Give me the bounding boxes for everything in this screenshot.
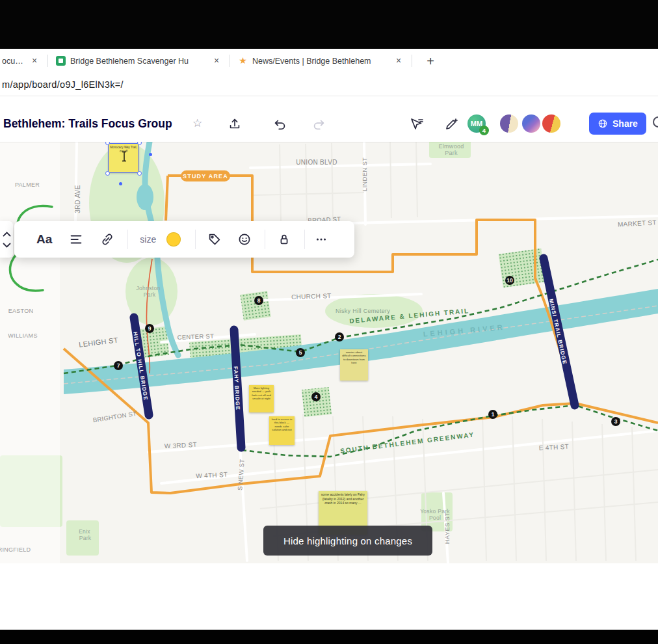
marker-number: 10 <box>507 277 513 284</box>
study-area-label: STUDY AREA <box>183 173 228 180</box>
map-label: Park <box>144 291 156 298</box>
marker-number: 2 <box>338 334 341 340</box>
share-button[interactable]: Share <box>589 113 646 135</box>
new-tab-button[interactable]: + <box>421 52 440 70</box>
marker-number: 3 <box>614 418 618 425</box>
tab-favicon-bridge-icon <box>56 56 66 66</box>
alignment-guide-dot <box>149 153 152 156</box>
address-bar[interactable]: m/app/board/o9J_l6ElN3k=/ <box>0 73 658 96</box>
favorite-star-icon[interactable]: ☆ <box>192 116 202 130</box>
emoji-button[interactable] <box>237 232 252 247</box>
globe-icon <box>598 118 608 129</box>
tab-close-icon[interactable]: × <box>393 55 404 67</box>
numbered-marker[interactable]: 5 <box>296 348 305 357</box>
map-label: PALMER <box>15 181 40 188</box>
tab-news-events[interactable]: ★ News/Events | Bridge Bethlehem × <box>233 49 410 73</box>
screen: ocus G × Bridge Bethlehem Scavenger Hu ×… <box>0 0 658 644</box>
toolbar-divider <box>265 230 265 249</box>
tab-separator <box>47 55 48 67</box>
tab-focus-group[interactable]: ocus G × <box>0 49 46 73</box>
collaborator-count-badge: 4 <box>479 126 489 135</box>
board-title[interactable]: Bethlehem: Trails Focus Group <box>3 117 172 131</box>
tab-close-icon[interactable]: × <box>211 55 222 67</box>
collaborator-cursors-button[interactable] <box>408 116 425 133</box>
chevron-up-icon[interactable] <box>3 232 11 237</box>
tab-separator <box>230 55 230 67</box>
bottom-black-bar <box>0 630 658 644</box>
link-button[interactable] <box>100 232 114 247</box>
lock-button[interactable] <box>277 232 291 247</box>
alignment-guide-dot <box>119 182 122 185</box>
text-cursor-icon <box>121 151 127 165</box>
user-avatar[interactable]: MM 4 <box>466 113 487 134</box>
collaborator-avatar[interactable] <box>541 113 562 134</box>
map-label: Yosko Park <box>420 508 450 515</box>
tab-title: ocus G <box>2 57 24 66</box>
marker-number: 9 <box>148 325 151 332</box>
map-label: EASTON <box>8 308 34 314</box>
text-style-button[interactable]: Aa <box>36 232 52 247</box>
map-label: CENTER ST <box>177 332 214 341</box>
more-options-button[interactable] <box>314 232 328 247</box>
tab-strip: ocus G × Bridge Bethlehem Scavenger Hu ×… <box>0 49 658 73</box>
sticky-note[interactable]: worries about difficult connections to d… <box>340 349 368 381</box>
tab-favicon-star-icon: ★ <box>238 56 248 66</box>
map-label: Park <box>445 150 458 156</box>
numbered-marker[interactable]: 7 <box>114 361 123 370</box>
tab-scavenger-hunt[interactable]: Bridge Bethlehem Scavenger Hu × <box>51 49 228 73</box>
tab-title: Bridge Bethlehem Scavenger Hu <box>70 57 206 66</box>
tab-title: News/Events | Bridge Bethlehem <box>252 57 388 66</box>
map-label: Enix <box>79 528 90 535</box>
numbered-marker[interactable]: 1 <box>488 410 497 419</box>
map-label: Elmwood <box>438 143 464 150</box>
numbered-marker[interactable]: 4 <box>311 392 321 401</box>
marker-number: 4 <box>315 394 318 400</box>
share-label: Share <box>612 118 638 129</box>
map-label: UNION BLVD <box>296 159 337 166</box>
browser-top-bar <box>0 0 658 49</box>
redo-button[interactable] <box>310 116 327 133</box>
selection-handle[interactable] <box>105 171 110 176</box>
help-button-partial[interactable] <box>653 116 658 127</box>
pen-reactions-button[interactable] <box>443 116 460 133</box>
numbered-marker[interactable]: 2 <box>335 332 344 342</box>
map-label: HAYES ST <box>443 513 451 544</box>
toolbar-divider <box>195 230 196 249</box>
sticky-note[interactable]: hard to access in this block — needs saf… <box>269 416 295 445</box>
size-color-swatch[interactable] <box>166 232 181 247</box>
app-header: Bethlehem: Trails Focus Group ☆ MM 4 Sha… <box>0 106 658 142</box>
marker-number: 8 <box>257 297 261 304</box>
collaborator-avatar[interactable] <box>499 113 520 134</box>
map-label: 3RD AVE <box>74 185 81 213</box>
tag-button[interactable] <box>207 232 222 247</box>
map-label: WILLIAMS <box>8 332 37 339</box>
board-edge-fade <box>0 142 60 563</box>
numbered-marker[interactable]: 3 <box>611 417 620 426</box>
export-button[interactable] <box>226 116 243 133</box>
map-label: Nisky Hill Cemetery <box>336 308 390 314</box>
tab-close-icon[interactable]: × <box>29 55 40 67</box>
study-area-badge[interactable]: STUDY AREA <box>181 170 230 181</box>
toast-notification: Hide highlighting on changes <box>263 526 432 556</box>
map-label: CHURCH ST <box>291 292 332 301</box>
map-label: Johnston <box>137 285 161 291</box>
creek-pond-shape <box>137 184 153 210</box>
map-label: Pool <box>429 515 441 521</box>
url-text[interactable]: m/app/board/o9J_l6ElN3k=/ <box>0 79 124 90</box>
sticky-note[interactable]: More lighting needed — path feels cut of… <box>249 385 274 412</box>
selected-sticky-note[interactable]: Monocacy Way Trail, cut off <box>109 144 138 172</box>
text-align-button[interactable] <box>69 232 83 247</box>
collaborator-avatar[interactable] <box>521 113 542 134</box>
size-label: size <box>140 234 156 245</box>
numbered-marker[interactable]: 9 <box>145 324 154 333</box>
undo-button[interactable] <box>272 116 289 133</box>
selection-handle[interactable] <box>137 171 142 176</box>
map-label: RINGFIELD <box>0 546 31 553</box>
marker-number: 5 <box>299 349 302 356</box>
format-toolbar: Aa size <box>14 221 354 258</box>
numbered-marker[interactable]: 8 <box>254 296 263 305</box>
numbered-marker[interactable]: 10 <box>505 276 514 285</box>
chevron-down-icon[interactable] <box>3 243 11 248</box>
tab-separator <box>412 55 412 67</box>
toolbar-divider <box>304 230 305 249</box>
